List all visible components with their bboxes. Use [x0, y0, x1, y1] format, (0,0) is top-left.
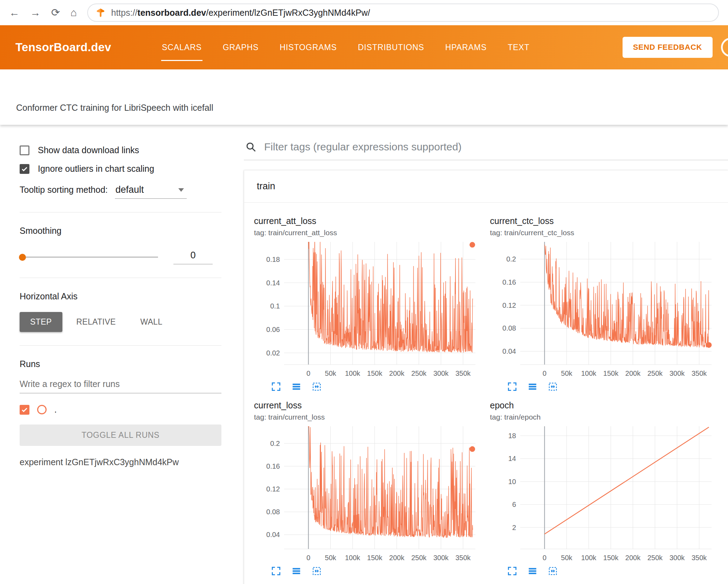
browser-toolbar: ← → ⟳ ⌂ https://tensorboard.dev/experime… [0, 0, 728, 25]
svg-text:350k: 350k [692, 369, 707, 377]
tensorboard-favicon-icon [96, 8, 105, 18]
run-list-item: . [20, 405, 221, 415]
show-download-links-label: Show data download links [38, 145, 139, 155]
tooltip-sorting-label: Tooltip sorting method: [20, 185, 108, 195]
svg-text:0.14: 0.14 [266, 279, 280, 287]
chart-tag: tag: train/current_att_loss [254, 229, 490, 237]
toggle-y-axis-icon[interactable] [291, 566, 302, 576]
chart-plot[interactable]: 050k100k150k200k250k300k350k18141062 [490, 423, 717, 564]
svg-text:300k: 300k [433, 554, 449, 562]
svg-text:0.06: 0.06 [266, 326, 280, 333]
tooltip-sorting-value: default [116, 184, 144, 195]
experiment-title-band: Conformer CTC training for LibriSpeech w… [0, 69, 728, 125]
toggle-all-runs-button[interactable]: TOGGLE ALL RUNS [20, 425, 221, 446]
smoothing-label: Smoothing [20, 226, 221, 236]
svg-text:0.12: 0.12 [266, 485, 280, 493]
chart-plot[interactable]: 050k100k150k200k250k300k350k0.020.060.10… [254, 238, 481, 380]
svg-text:0: 0 [542, 554, 546, 562]
expand-chart-icon[interactable] [507, 381, 517, 392]
chart-card: current_loss tag: train/current_loss 050… [254, 400, 490, 576]
show-download-links-checkbox[interactable] [20, 145, 29, 155]
svg-text:0.04: 0.04 [266, 531, 280, 538]
svg-text:150k: 150k [603, 554, 618, 562]
expand-chart-icon[interactable] [507, 566, 517, 576]
smoothing-slider-knob[interactable] [19, 254, 26, 261]
chart-card: epoch tag: train/epoch 050k100k150k200k2… [490, 400, 726, 576]
svg-text:0.08: 0.08 [502, 324, 516, 332]
svg-text:150k: 150k [367, 554, 383, 562]
address-bar[interactable]: https://tensorboard.dev/experiment/lzGnE… [87, 4, 719, 22]
svg-text:0.18: 0.18 [266, 256, 280, 263]
svg-text:250k: 250k [411, 369, 427, 377]
chart-card: current_att_loss tag: train/current_att_… [254, 216, 490, 392]
run-name: . [54, 405, 57, 415]
svg-text:250k: 250k [647, 369, 662, 377]
run-color-icon [37, 405, 47, 414]
forward-icon[interactable]: → [30, 7, 41, 18]
run-checkbox[interactable] [20, 405, 29, 415]
svg-text:0.16: 0.16 [502, 278, 516, 286]
svg-text:250k: 250k [647, 554, 662, 562]
axis-step-button[interactable]: STEP [20, 312, 62, 332]
svg-text:350k: 350k [455, 369, 471, 377]
svg-text:300k: 300k [433, 369, 449, 377]
svg-text:0.2: 0.2 [270, 440, 280, 447]
tooltip-sorting-select[interactable]: default [115, 184, 187, 199]
tag-group-card: train current_att_loss tag: train/curren… [244, 170, 728, 584]
tab-distributions[interactable]: DISTRIBUTIONS [347, 25, 434, 69]
svg-text:50k: 50k [561, 369, 572, 377]
tag-group-title[interactable]: train [244, 170, 728, 203]
expand-chart-icon[interactable] [271, 381, 281, 392]
chart-plot[interactable]: 050k100k150k200k250k300k350k0.20.160.120… [254, 423, 481, 564]
ignore-outliers-checkbox[interactable] [20, 164, 29, 174]
fit-domain-icon[interactable] [548, 566, 558, 576]
brand-title: TensorBoard.dev [15, 41, 151, 54]
url-text: https://tensorboard.dev/experiment/lzGnE… [111, 8, 370, 18]
search-icon [245, 141, 256, 152]
divider [20, 212, 221, 212]
svg-text:50k: 50k [325, 554, 336, 562]
tab-hparams[interactable]: HPARAMS [435, 25, 497, 69]
svg-text:200k: 200k [389, 369, 405, 377]
svg-text:0: 0 [542, 369, 546, 377]
axis-relative-button[interactable]: RELATIVE [66, 312, 126, 332]
reload-icon[interactable]: ⟳ [51, 7, 60, 18]
chevron-down-icon [178, 188, 184, 192]
account-avatar[interactable] [721, 38, 728, 57]
tab-scalars[interactable]: SCALARS [151, 25, 212, 69]
fit-domain-icon[interactable] [311, 381, 322, 392]
chart-title: epoch [490, 400, 726, 410]
runs-filter-input[interactable]: Write a regex to filter runs [20, 379, 221, 393]
svg-text:14: 14 [508, 455, 516, 462]
svg-text:50k: 50k [561, 554, 572, 562]
fit-domain-icon[interactable] [548, 381, 558, 392]
axis-wall-button[interactable]: WALL [130, 312, 173, 332]
send-feedback-button[interactable]: SEND FEEDBACK [623, 37, 713, 58]
expand-chart-icon[interactable] [271, 566, 281, 576]
smoothing-slider[interactable] [20, 257, 158, 258]
svg-text:100k: 100k [581, 369, 596, 377]
svg-text:0: 0 [307, 554, 310, 562]
toggle-y-axis-icon[interactable] [291, 381, 302, 392]
toggle-y-axis-icon[interactable] [527, 566, 538, 576]
experiment-title: Conformer CTC training for LibriSpeech w… [16, 103, 213, 113]
smoothing-value-input[interactable]: 0 [173, 250, 213, 264]
chart-title: current_ctc_loss [490, 216, 726, 226]
main-content: Filter tags (regular expressions support… [231, 125, 728, 584]
svg-text:0.16: 0.16 [266, 462, 280, 470]
tab-histograms[interactable]: HISTOGRAMS [269, 25, 347, 69]
svg-text:18: 18 [508, 432, 516, 440]
filter-tags-input[interactable]: Filter tags (regular expressions support… [264, 141, 462, 153]
svg-text:200k: 200k [625, 369, 640, 377]
settings-sidebar: Show data download links Ignore outliers… [0, 125, 231, 584]
back-icon[interactable]: ← [9, 7, 20, 18]
home-icon[interactable]: ⌂ [70, 7, 77, 18]
tab-text[interactable]: TEXT [497, 25, 540, 69]
check-icon [21, 406, 28, 413]
chart-title: current_loss [254, 400, 490, 410]
svg-text:0.12: 0.12 [502, 301, 516, 309]
chart-plot[interactable]: 050k100k150k200k250k300k350k0.20.160.120… [490, 238, 717, 380]
toggle-y-axis-icon[interactable] [527, 381, 538, 392]
fit-domain-icon[interactable] [311, 566, 322, 576]
tab-graphs[interactable]: GRAPHS [212, 25, 269, 69]
